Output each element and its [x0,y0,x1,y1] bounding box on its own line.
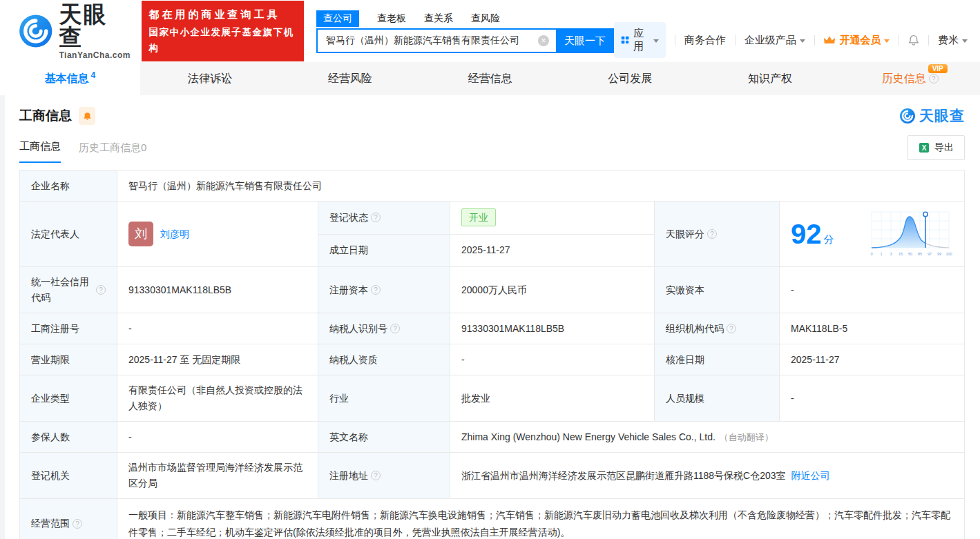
help-icon[interactable] [371,471,381,480]
page: { "brand": { "name": "天眼查", "domain": "T… [0,0,980,539]
divider [814,35,815,46]
english-name-text: Zhima Xing (Wenzhou) New Energy Vehicle … [461,429,715,445]
credit-code-value: 91330301MAK118LB5B [117,267,318,313]
search-input[interactable] [318,30,556,52]
help-icon[interactable] [96,285,106,295]
nav-item-username[interactable]: 费米 [938,34,968,47]
help-icon[interactable] [707,229,717,239]
score-value: 92 [791,220,822,248]
status-date-subgrid: 登记状态 开业 成立日期 2025-11-27 [318,202,654,266]
score-value-cell: 92 分 [780,202,964,266]
subtab-business-info[interactable]: 工商信息 [19,140,61,163]
nav-item-enterprise-products[interactable]: 企业级产品 [744,34,805,47]
search-tab-company[interactable]: 查公司 [316,10,359,27]
brand-title: 天眼查 [59,3,131,48]
legal-rep-link[interactable]: 刘彦明 [160,226,189,242]
search-button[interactable]: 天眼一下 [556,28,614,53]
paid-capital-value: - [780,267,964,313]
notification-bell-icon[interactable] [908,33,919,47]
header: 天眼查 TianYanCha.com 都在用的商业查询工具 国家中小企业发展子基… [0,0,980,62]
search-box [316,28,556,53]
address-text: 浙江省温州市温州海洋经济发展示范区昆鹏街道雁升路1188号保税C仓203室 [461,468,786,484]
business-term-label: 营业期限 [20,344,117,375]
reg-authority-value: 温州市市场监督管理局海洋经济发展示范区分局 [117,453,318,498]
divider [899,35,899,46]
tab-company-development[interactable]: 公司发展 [560,62,700,95]
tab-history-info[interactable]: VIP 历史信息 [840,62,980,95]
crown-icon [823,35,836,46]
industry-value: 批发业 [450,375,654,421]
chevron-down-icon [962,39,968,43]
nearby-companies-link[interactable]: 附近公司 [791,468,830,484]
export-label: 导出 [934,141,954,154]
english-name-label: 英文名称 [318,422,450,452]
promo-line-1: 都在用的商业查询工具 [148,6,297,23]
staff-size-value: - [780,375,964,421]
clear-icon[interactable] [538,35,549,46]
reg-capital-value: 20000万人民币 [450,267,654,313]
main-tabs: 基本信息 4 法律诉讼 经营风险 经营信息 公司发展 知识产权 VIP 历史信息 [0,62,980,95]
tab-business-info[interactable]: 经营信息 [420,62,560,95]
section-title: 工商信息 [19,107,72,125]
help-icon[interactable] [371,213,381,222]
score-unit: 分 [824,231,834,247]
tab-legal-proceedings[interactable]: 法律诉讼 [140,62,280,95]
tab-basic-info[interactable]: 基本信息 4 [0,62,140,95]
company-type-value: 有限责任公司（非自然人投资或控股的法人独资） [117,375,318,421]
page-left-gutter [0,95,5,539]
chevron-down-icon [884,39,890,43]
help-icon[interactable] [727,324,736,333]
insured-label: 参保人数 [20,422,117,452]
svg-text:0: 0 [870,252,872,256]
nav-item-business-cooperation[interactable]: 商务合作 [684,34,726,47]
company-name-label: 企业名称 [20,170,117,201]
svg-text:X: X [922,144,927,152]
search-tabs: 查公司 查老板 查关系 查风险 [316,9,614,28]
address-value: 浙江省温州市温州海洋经济发展示范区昆鹏街道雁升路1188号保税C仓203室 附近… [450,453,964,498]
search-tab-relation[interactable]: 查关系 [424,12,453,25]
tab-label: 知识产权 [748,72,792,86]
search-tab-risk[interactable]: 查风险 [471,12,500,25]
avatar[interactable]: 刘 [128,222,153,246]
monitor-bell-icon[interactable] [79,107,95,125]
nav-item-open-membership[interactable]: 开通会员 [823,34,890,47]
status-badge: 开业 [461,208,496,226]
tab-operating-risk[interactable]: 经营风险 [280,62,420,95]
label-text: 天眼评分 [666,226,704,242]
business-scope-value: 一般项目：新能源汽车整车销售；新能源汽车电附件销售；新能源汽车换电设施销售；汽车… [117,499,964,539]
export-button[interactable]: X 导出 [907,135,965,160]
legal-rep-value: 刘 刘彦明 [117,202,318,266]
brand-logo[interactable]: 天眼查 TianYanCha.com [18,3,131,59]
label-text: 统一社会信用代码 [31,274,93,306]
tab-label: 基本信息 [45,72,89,86]
help-icon[interactable] [73,519,82,529]
app-launcher[interactable]: 应用 [614,22,666,58]
promo-banner: 都在用的商业查询工具 国家中小企业发展子基金旗下机构 [142,1,304,61]
search-row: 天眼一下 [316,28,614,53]
watermark-logo: 天眼查 [899,106,965,126]
subtab-history-business-info[interactable]: 历史工商信息0 [79,141,146,163]
svg-text:85: 85 [918,252,922,256]
help-icon[interactable] [929,74,939,84]
help-icon[interactable] [390,324,400,333]
divider [928,35,929,46]
tab-intellectual-property[interactable]: 知识产权 [700,62,840,95]
credit-code-label: 统一社会信用代码 [20,267,117,313]
address-label: 注册地址 [318,453,450,498]
chevron-down-icon [653,39,659,43]
business-info-table: 企业名称 智马行（温州）新能源汽车销售有限责任公司 法定代表人 刘 刘彦明 登记… [19,170,965,539]
tab-count: 4 [91,70,96,80]
search-tab-boss[interactable]: 查老板 [377,12,406,25]
nav-label: 商务合作 [684,34,726,47]
business-term-value: 2025-11-27 至 无固定期限 [117,344,318,375]
establish-date-value: 2025-11-27 [450,235,654,267]
legal-rep-label: 法定代表人 [20,202,117,266]
help-icon[interactable] [371,285,381,295]
brand-domain: TianYanCha.com [59,51,131,59]
taxpayer-id-value: 91330301MAK118LB5B [450,313,654,344]
divider [675,35,675,46]
divider [735,35,736,46]
reg-number-value: - [117,313,318,344]
svg-text:97: 97 [928,252,932,256]
auto-translate-note: （自动翻译） [720,429,774,445]
